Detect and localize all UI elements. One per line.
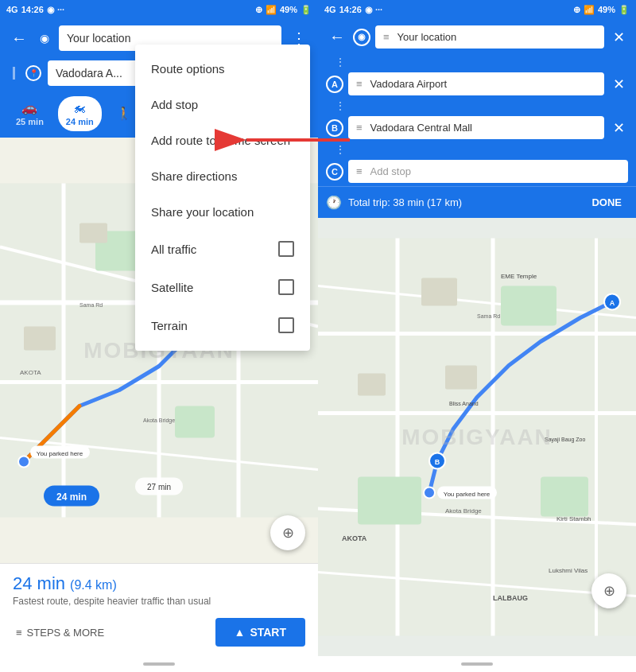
left-menu-add-home[interactable]: Add route to Home screen [135,122,310,158]
left-start-button[interactable]: ▲ START [215,618,305,647]
right-location-status-icon: ⊕ [573,5,580,15]
svg-text:Akota Bridge: Akota Bridge [143,418,175,424]
left-battery-icon: 🔋 [301,5,312,15]
left-steps-label: STEPS & MORE [27,627,105,639]
right-map-svg: A B You parked here AKOTA Akota Bridge S… [318,218,636,656]
right-waypoint-a-close[interactable]: ✕ [609,76,628,93]
svg-rect-37 [358,374,386,396]
right-waypoint-c-icon: C [326,163,343,181]
left-route-dist: (9.4 km) [70,578,117,592]
right-signal-icon: 4G [324,5,336,14]
right-dots-1: ⋮ [318,55,636,69]
right-nav-bar: ← ◉ ≡ Your location ✕ [318,19,636,55]
left-car-icon: 🚗 [21,100,37,115]
right-panel: 4G 14:26 ◉ ··· ⊕ 📶 49% 🔋 ← ◉ ≡ Your loca… [318,0,636,672]
svg-text:B: B [435,458,440,466]
left-bike-mode[interactable]: 🏍 24 min [58,96,102,131]
right-time: 14:26 [339,5,362,14]
svg-text:LALBAUG: LALBAUG [493,594,528,602]
svg-text:27 min: 27 min [147,483,171,491]
left-menu-terrain-label: Terrain [151,319,278,332]
right-waypoint-b-value: Vadodara Central Mall [370,122,472,134]
left-menu-route-options-label: Route options [151,62,294,76]
svg-rect-33 [358,477,421,525]
svg-text:EME Temple: EME Temple [501,273,537,280]
svg-rect-32 [501,286,556,326]
left-start-label: START [250,626,286,639]
right-origin-close-button[interactable]: ✕ [609,29,628,46]
right-waypoint-b-icon: B [326,119,343,137]
left-menu-all-traffic[interactable]: All traffic [135,230,310,268]
right-waypoint-b-input[interactable]: ≡ Vadodara Central Mall [348,116,604,139]
left-status-icons: ◉ ··· [47,5,64,15]
svg-text:Sama Rd: Sama Rd [80,302,103,308]
right-origin-value: Your location [398,31,457,43]
left-location-fab[interactable]: ⊕ [270,515,305,550]
left-menu-satellite[interactable]: Satellite [135,268,310,306]
svg-rect-11 [80,223,107,243]
svg-text:Bliss Anand: Bliss Anand [449,401,479,406]
left-location-status-icon: ⊕ [255,5,262,15]
left-route-desc: Fastest route, despite heavier traffic t… [13,596,305,607]
left-menu-share-location[interactable]: Share your location [135,194,310,230]
right-connector-dots: ⋮ [335,56,347,68]
right-status-bar: 4G 14:26 ◉ ··· ⊕ 📶 49% 🔋 [318,0,636,19]
left-menu-share-directions[interactable]: Share directions [135,158,310,194]
left-bottom-actions: ≡ STEPS & MORE ▲ START [13,615,305,650]
right-location-fab[interactable]: ⊕ [591,573,626,608]
left-route-time: 24 min [13,573,65,594]
left-menu-route-options[interactable]: Route options [135,51,310,87]
left-walk-icon: 🚶 [116,106,132,121]
left-menu-add-stop[interactable]: Add stop [135,87,310,122]
left-menu-terrain[interactable]: Terrain [135,306,310,344]
right-waypoint-c-value: Add stop [370,165,411,177]
right-c-menu-icon: ≡ [356,165,363,177]
left-menu-share-location-label: Share your location [151,205,294,219]
left-back-button[interactable]: ← [8,29,30,48]
right-done-button[interactable]: DONE [585,193,628,212]
right-origin-input-wrapper[interactable]: ≡ Your location [375,25,604,49]
svg-rect-10 [24,327,56,351]
right-origin-icon: ◉ [353,29,370,46]
right-trip-summary-bar: 🕐 Total trip: 38 min (17 km) DONE [318,186,636,218]
left-time: 14:26 [21,5,44,14]
left-scroll-indicator [0,656,318,672]
svg-text:You parked here: You parked here [444,491,491,498]
svg-point-42 [424,487,435,499]
left-bike-time: 24 min [66,117,94,126]
svg-text:Akota Bridge: Akota Bridge [445,507,482,515]
right-waypoint-b-close[interactable]: ✕ [609,119,628,137]
left-bottom-sheet: 24 min (9.4 km) Fastest route, despite h… [0,563,318,656]
left-battery-text: 49% [280,5,297,14]
start-arrow-icon: ▲ [235,626,246,639]
left-scroll-dot [143,662,175,666]
steps-menu-icon: ≡ [16,627,22,639]
left-menu-add-home-label: Add route to Home screen [151,134,294,147]
svg-text:Sama Rd: Sama Rd [477,313,500,319]
svg-text:24 min: 24 min [56,491,87,503]
left-terrain-checkbox[interactable] [278,317,294,333]
right-waypoint-a-value: Vadodara Airport [370,78,448,90]
right-scroll-indicator [318,656,636,672]
left-satellite-checkbox[interactable] [278,279,294,295]
left-nav-location-icon: ◉ [37,32,52,45]
left-traffic-checkbox[interactable] [278,241,294,257]
left-bike-icon: 🏍 [73,101,86,115]
right-trip-summary-text: Total trip: 38 min (17 km) [348,196,579,208]
right-dots-3: ⋮ [318,142,636,157]
svg-text:Kirti Stambh: Kirti Stambh [556,515,591,522]
svg-rect-34 [541,477,588,517]
left-status-bar: 4G 14:26 ◉ ··· ⊕ 📶 49% 🔋 [0,0,318,19]
left-signal-icon: 4G [6,5,18,14]
svg-text:AKOTA: AKOTA [20,369,41,376]
right-connector-dots-2: ⋮ [335,99,347,112]
right-waypoint-a-input[interactable]: ≡ Vadodara Airport [348,72,604,95]
right-back-button[interactable]: ← [326,28,348,46]
right-map-area: A B You parked here AKOTA Akota Bridge S… [318,218,636,656]
left-route-info: 24 min (9.4 km) [13,573,305,594]
left-wifi-icon: 📶 [266,5,277,15]
right-waypoint-c-input[interactable]: ≡ Add stop [348,160,628,183]
right-status-icons: ◉ ··· [365,5,382,15]
left-car-mode[interactable]: 🚗 25 min [8,95,52,131]
left-steps-button[interactable]: ≡ STEPS & MORE [13,620,107,645]
